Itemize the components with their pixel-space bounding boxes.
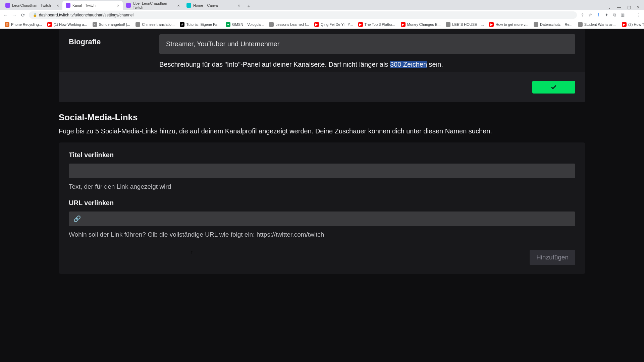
reload-button[interactable]: ⟳ [20, 12, 26, 18]
bookmark-item[interactable]: ▶Money Changes E... [399, 22, 443, 27]
star-icon[interactable]: ☆ [588, 12, 593, 17]
tab-title: LeonChaudhari - Twitch [12, 3, 51, 7]
bookmark-label: Chinese translatio... [142, 22, 174, 26]
bookmark-label: Money Changes E... [407, 22, 441, 26]
link-title-input[interactable] [69, 164, 575, 178]
forward-button[interactable]: → [11, 12, 17, 18]
tab-0[interactable]: LeonChaudhari - Twitch × [2, 1, 62, 10]
link-url-label: URL verlinken [69, 199, 575, 207]
new-tab-button[interactable]: + [245, 2, 253, 10]
bookmark-item[interactable]: #Tutorial: Eigene Fa... [178, 22, 222, 27]
bookmark-favicon: ▶ [358, 22, 363, 27]
bookmark-item[interactable]: ▶(1) How Working a... [45, 22, 89, 27]
minimize-icon[interactable]: — [617, 5, 621, 10]
facebook-icon[interactable]: f [596, 12, 601, 17]
bio-input[interactable]: Streamer, YouTuber und Unternehmer [159, 34, 575, 54]
bookmark-item[interactable]: Datenschutz – Re... [532, 22, 575, 27]
bookmark-favicon [136, 22, 140, 27]
maximize-icon[interactable]: ▢ [627, 5, 631, 10]
bookmark-favicon: ▶ [47, 22, 52, 27]
bookmark-label: The Top 3 Platfor... [365, 22, 395, 26]
extensions-icon[interactable]: ⧉ [612, 12, 617, 18]
bookmark-label: Datenschutz – Re... [540, 22, 573, 26]
social-subtitle: Füge bis zu 5 Social-Media-Links hinzu, … [59, 127, 595, 135]
tab-3[interactable]: Home – Canva × [183, 1, 244, 10]
share-icon[interactable]: ⇪ [580, 12, 585, 17]
bookmark-label: LEE´S HOUSE—... [452, 22, 484, 26]
favicon [186, 3, 191, 8]
bookmark-favicon [578, 22, 583, 27]
page: Biografie Streamer, YouTuber und Unterne… [0, 29, 644, 362]
bookmark-favicon: • [93, 22, 97, 27]
add-button[interactable]: Hinzufügen [530, 250, 575, 265]
close-icon[interactable]: × [177, 3, 180, 8]
tab-title: Kanal - Twitch [72, 3, 96, 7]
bookmark-label: Sonderangebot! |... [99, 22, 130, 26]
bio-hint: Beschreibung für das "Info"-Panel auf de… [159, 60, 575, 69]
bio-hint-pre: Beschreibung für das "Info"-Panel auf de… [159, 61, 390, 68]
bookmark-label: How to get more v... [495, 22, 528, 26]
tab-title: Über LeonChaudhari - Twitch [133, 1, 175, 9]
link-title-hint: Text, der für den Link angezeigt wird [69, 183, 575, 190]
lock-icon: 🔒 [33, 13, 37, 17]
link-url-input[interactable] [69, 212, 575, 226]
tab-1[interactable]: Kanal - Twitch × [62, 1, 123, 10]
text-cursor-icon: ⵊ [191, 250, 193, 255]
bookmark-label: Student Wants an... [584, 22, 616, 26]
check-icon [550, 84, 557, 90]
bookmark-label: Tutorial: Eigene Fa... [186, 22, 220, 26]
link-url-hint: Wohin soll der Link führen? Gib die voll… [69, 231, 575, 238]
bookmark-favicon: ▶ [622, 22, 627, 27]
close-icon[interactable]: × [117, 3, 119, 8]
panel-icon[interactable]: ▥ [620, 12, 625, 17]
bookmark-label: GMSN – Vologda... [232, 22, 264, 26]
bookmark-item[interactable]: LEE´S HOUSE—... [444, 22, 486, 27]
favicon [66, 3, 70, 8]
chevron-down-icon[interactable]: ⌄ [608, 5, 611, 10]
close-icon[interactable]: × [237, 3, 240, 8]
bookmark-favicon [269, 22, 274, 27]
bookmark-item[interactable]: Lessons Learned f... [267, 22, 311, 27]
bookmark-favicon: # [180, 22, 184, 27]
bookmarks-bar: OPhone Recycling...▶(1) How Working a...… [0, 20, 644, 29]
bookmark-item[interactable]: OPhone Recycling... [3, 22, 44, 27]
bookmark-favicon: ▶ [401, 22, 406, 27]
link-icon: 🔗 [73, 215, 81, 223]
bookmark-favicon: ▶ [489, 22, 494, 27]
bookmark-favicon: O [5, 22, 9, 27]
bookmark-favicon: ▶ [314, 22, 319, 27]
tab-2[interactable]: Über LeonChaudhari - Twitch × [123, 1, 183, 10]
bookmark-item[interactable]: ▶How to get more v... [487, 22, 530, 27]
bookmark-item[interactable]: ▶Qing Fei De Yi - Y... [312, 22, 355, 27]
tab-title: Home – Canva [193, 3, 218, 7]
bio-label: Biografie [69, 34, 159, 46]
close-window-icon[interactable]: × [637, 5, 639, 10]
bio-hint-post: sein. [427, 61, 443, 68]
link-title-label: Titel verlinken [69, 151, 575, 159]
bookmark-item[interactable]: ▶The Top 3 Platfor... [356, 22, 397, 27]
menu-icon[interactable]: ⋮ [636, 12, 641, 17]
window-controls: ⌄ — ▢ × [608, 5, 642, 10]
puzzle-icon[interactable]: ✦ [604, 12, 609, 17]
social-link-card: Titel verlinken Text, der für den Link a… [59, 142, 585, 274]
bookmark-favicon [534, 22, 538, 27]
toolbar: ← → ⟳ 🔒 dashboard.twitch.tv/u/leonchaudh… [0, 10, 644, 20]
bookmark-label: Phone Recycling... [11, 22, 42, 26]
bookmark-item[interactable]: •Sonderangebot! |... [91, 22, 132, 27]
save-button[interactable] [532, 81, 575, 94]
bookmark-label: Qing Fei De Yi - Y... [321, 22, 353, 26]
close-icon[interactable]: × [56, 3, 59, 8]
bookmark-item[interactable]: ▶(2) How To Add A... [620, 22, 644, 27]
tab-strip: LeonChaudhari - Twitch × Kanal - Twitch … [0, 0, 644, 10]
url-text: dashboard.twitch.tv/u/leonchaudhari/sett… [39, 13, 133, 17]
bookmark-item[interactable]: ●GMSN – Vologda... [224, 22, 266, 27]
back-button[interactable]: ← [3, 12, 9, 18]
address-bar[interactable]: 🔒 dashboard.twitch.tv/u/leonchaudhari/se… [29, 11, 577, 19]
favicon [126, 3, 131, 8]
bio-hint-selected: 300 Zeichen [390, 61, 427, 68]
bookmark-item[interactable]: Chinese translatio... [133, 22, 176, 27]
bookmark-favicon [446, 22, 450, 27]
bookmark-label: (2) How To Add A... [628, 22, 644, 26]
bookmark-item[interactable]: Student Wants an... [576, 22, 619, 27]
favicon [5, 3, 10, 8]
